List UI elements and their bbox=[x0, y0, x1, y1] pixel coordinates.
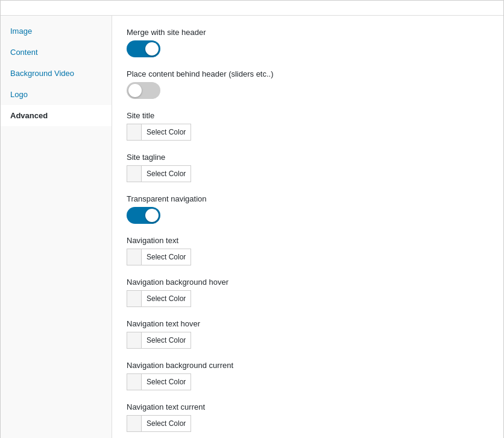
color-label-navigation-text-hover: Select Color bbox=[142, 336, 191, 344]
field-label-site-tagline: Site tagline bbox=[127, 153, 489, 162]
field-label-merge-with-site-header: Merge with site header bbox=[127, 28, 489, 37]
color-swatch-navigation-background-current bbox=[127, 374, 142, 390]
field-label-navigation-text-hover: Navigation text hover bbox=[127, 319, 489, 328]
main-content: Merge with site headerPlace content behi… bbox=[112, 16, 503, 438]
field-group-merge-with-site-header: Merge with site header bbox=[127, 28, 489, 57]
toggle-slider-merge-with-site-header bbox=[127, 40, 160, 57]
field-group-transparent-navigation: Transparent navigation bbox=[127, 194, 489, 224]
sidebar-item-logo[interactable]: Logo bbox=[1, 84, 112, 105]
color-label-navigation-background-current: Select Color bbox=[142, 378, 191, 386]
field-group-navigation-text-hover: Navigation text hoverSelect Color bbox=[127, 319, 489, 349]
color-picker-navigation-text-current[interactable]: Select Color bbox=[127, 415, 191, 432]
sidebar-item-background-video[interactable]: Background Video bbox=[1, 63, 112, 84]
toggle-place-content-behind-header[interactable] bbox=[127, 82, 160, 99]
field-group-site-title: Site titleSelect Color bbox=[127, 111, 489, 141]
color-picker-site-tagline[interactable]: Select Color bbox=[127, 165, 191, 182]
field-label-navigation-background-current: Navigation background current bbox=[127, 361, 489, 370]
color-picker-navigation-background-hover[interactable]: Select Color bbox=[127, 290, 191, 307]
field-group-navigation-text-current: Navigation text currentSelect Color bbox=[127, 402, 489, 432]
field-label-navigation-text: Navigation text bbox=[127, 236, 489, 245]
sidebar: ImageContentBackground VideoLogoAdvanced bbox=[1, 16, 112, 438]
color-label-site-tagline: Select Color bbox=[142, 170, 191, 178]
field-label-navigation-text-current: Navigation text current bbox=[127, 402, 489, 411]
panel-body: ImageContentBackground VideoLogoAdvanced… bbox=[1, 16, 503, 438]
settings-panel: ImageContentBackground VideoLogoAdvanced… bbox=[0, 0, 504, 438]
color-label-site-title: Select Color bbox=[142, 128, 191, 136]
sidebar-item-advanced: Advanced bbox=[1, 105, 112, 126]
color-swatch-navigation-text-hover bbox=[127, 332, 142, 348]
field-group-site-tagline: Site taglineSelect Color bbox=[127, 153, 489, 182]
field-label-place-content-behind-header: Place content behind header (sliders etc… bbox=[127, 69, 489, 78]
color-label-navigation-text: Select Color bbox=[142, 253, 191, 261]
field-group-navigation-text: Navigation textSelect Color bbox=[127, 236, 489, 265]
field-label-navigation-background-hover: Navigation background hover bbox=[127, 278, 489, 287]
color-label-navigation-background-hover: Select Color bbox=[142, 294, 191, 303]
toggle-transparent-navigation[interactable] bbox=[127, 207, 160, 224]
sidebar-item-content[interactable]: Content bbox=[1, 42, 112, 63]
color-picker-site-title[interactable]: Select Color bbox=[127, 124, 191, 141]
field-group-navigation-background-hover: Navigation background hoverSelect Color bbox=[127, 278, 489, 307]
color-label-navigation-text-current: Select Color bbox=[142, 419, 191, 428]
color-swatch-site-title bbox=[127, 124, 142, 140]
toggle-merge-with-site-header[interactable] bbox=[127, 40, 160, 57]
color-swatch-navigation-text bbox=[127, 249, 142, 265]
color-swatch-site-tagline bbox=[127, 166, 142, 182]
color-swatch-navigation-background-hover bbox=[127, 291, 142, 306]
color-picker-navigation-text[interactable]: Select Color bbox=[127, 249, 191, 265]
field-group-place-content-behind-header: Place content behind header (sliders etc… bbox=[127, 69, 489, 99]
toggle-slider-place-content-behind-header bbox=[127, 82, 160, 99]
color-picker-navigation-background-current[interactable]: Select Color bbox=[127, 373, 191, 390]
field-group-navigation-background-current: Navigation background currentSelect Colo… bbox=[127, 361, 489, 390]
field-label-transparent-navigation: Transparent navigation bbox=[127, 194, 489, 203]
sidebar-item-image[interactable]: Image bbox=[1, 21, 112, 42]
color-picker-navigation-text-hover[interactable]: Select Color bbox=[127, 332, 191, 349]
panel-header bbox=[1, 1, 503, 16]
toggle-slider-transparent-navigation bbox=[127, 207, 160, 224]
field-label-site-title: Site title bbox=[127, 111, 489, 120]
color-swatch-navigation-text-current bbox=[127, 416, 142, 431]
